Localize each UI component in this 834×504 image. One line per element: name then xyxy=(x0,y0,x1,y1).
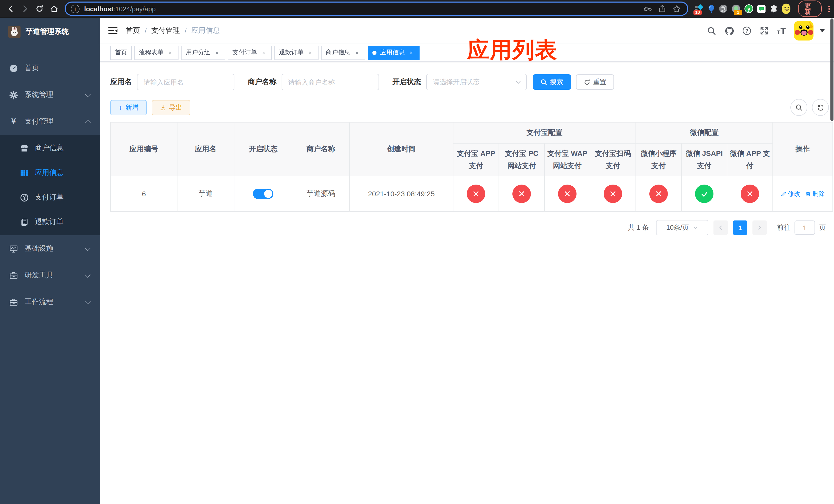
back-button[interactable] xyxy=(5,3,16,14)
sidebar-item-workflow[interactable]: 工作流程 xyxy=(0,289,100,315)
site-info-icon[interactable]: i xyxy=(71,4,80,13)
browser-window: i localhost:1024/pay/app 10 1 xyxy=(0,0,834,504)
search-button[interactable]: 搜索 xyxy=(533,74,571,90)
page-number-1[interactable]: 1 xyxy=(733,221,747,235)
header-search-icon[interactable] xyxy=(707,26,717,36)
reset-button[interactable]: 重置 xyxy=(576,74,614,90)
extension-diamond-icon[interactable]: 10 xyxy=(695,4,704,13)
status-x-icon xyxy=(741,185,759,203)
breadcrumb-current: 应用信息 xyxy=(191,26,220,36)
sidebar-item-refund-orders[interactable]: 退款订单 xyxy=(0,210,100,234)
share-icon[interactable] xyxy=(658,5,666,13)
sidebar-item-dev-tools[interactable]: 研发工具 xyxy=(0,262,100,289)
tab-refund-orders[interactable]: 退款订单× xyxy=(275,45,319,60)
add-button[interactable]: + 新增 xyxy=(110,100,147,115)
sidebar-item-pay-orders[interactable]: 支付订单 xyxy=(0,185,100,210)
extension-chat-icon[interactable] xyxy=(757,4,766,13)
reload-button[interactable] xyxy=(34,3,45,14)
tab-app-info[interactable]: 应用信息× xyxy=(368,45,420,60)
delete-link[interactable]: 删除 xyxy=(805,190,825,199)
status-x-icon xyxy=(558,185,576,203)
balloon-icon xyxy=(707,4,715,13)
chevron-down-icon xyxy=(85,91,91,97)
app-logo-row[interactable]: 芋道管理系统 xyxy=(0,18,100,41)
status-x-icon xyxy=(467,185,485,203)
sidebar-item-home[interactable]: 首页 xyxy=(0,55,100,82)
profile-avatar[interactable] xyxy=(782,4,790,14)
extensions-puzzle-icon[interactable] xyxy=(769,4,778,13)
address-bar[interactable]: i localhost:1024/pay/app xyxy=(66,3,687,15)
status-x-icon xyxy=(512,185,531,203)
table-toolbar: + 新增 导出 xyxy=(110,99,832,116)
sidebar-item-merchant-info[interactable]: 商户信息 xyxy=(0,136,100,160)
breadcrumb-payment[interactable]: 支付管理 xyxy=(151,26,180,36)
export-button[interactable]: 导出 xyxy=(152,100,190,115)
home-button[interactable] xyxy=(48,3,60,14)
edit-pencil-icon xyxy=(781,191,786,197)
forward-button[interactable] xyxy=(20,3,31,14)
goto-page-input[interactable] xyxy=(794,221,815,235)
close-icon[interactable]: × xyxy=(307,49,314,56)
user-avatar[interactable] xyxy=(794,21,813,41)
extension-balloon-icon[interactable] xyxy=(707,4,715,13)
sidebar-item-label: 退款订单 xyxy=(35,217,92,227)
cell-alipay-qr xyxy=(590,176,636,212)
chrome-menu-button[interactable] xyxy=(828,5,830,12)
cell-merchant-name: 芋道源码 xyxy=(292,176,350,212)
font-size-icon[interactable]: TT xyxy=(777,26,786,35)
status-placeholder: 请选择开启状态 xyxy=(433,77,515,87)
sidebar-item-label: 首页 xyxy=(25,64,92,73)
page-size-select[interactable]: 10条/页 xyxy=(656,220,708,235)
password-key-icon[interactable] xyxy=(644,5,652,13)
tab-user-group[interactable]: 用户分组× xyxy=(181,45,225,60)
status-toggle[interactable] xyxy=(253,189,273,199)
sidebar-item-infrastructure[interactable]: 基础设施 xyxy=(0,235,100,262)
tab-pay-orders[interactable]: 支付订单× xyxy=(228,45,272,60)
cell-app-id: 6 xyxy=(111,176,177,212)
extension-yudao-icon[interactable]: y xyxy=(744,4,753,13)
search-icon xyxy=(541,79,547,85)
close-icon[interactable]: × xyxy=(408,49,415,56)
cell-app-name: 芋道 xyxy=(177,176,234,212)
close-icon[interactable]: × xyxy=(213,49,221,56)
help-icon[interactable]: ? xyxy=(742,26,751,36)
refresh-table-button[interactable] xyxy=(812,99,829,116)
tab-process-form[interactable]: 流程表单× xyxy=(134,45,178,60)
cell-wx-jsapi xyxy=(681,176,727,212)
app-name-input[interactable] xyxy=(137,74,235,90)
browser-toolbar: i localhost:1024/pay/app 10 1 xyxy=(0,0,834,18)
search-icon xyxy=(795,104,803,111)
prev-page-button[interactable] xyxy=(714,221,728,235)
edit-link[interactable]: 修改 xyxy=(781,190,800,199)
next-page-button[interactable] xyxy=(752,221,767,235)
tab-home[interactable]: 首页 xyxy=(110,45,132,60)
breadcrumb-home[interactable]: 首页 xyxy=(126,26,140,36)
github-icon[interactable] xyxy=(725,26,734,36)
fullscreen-icon[interactable] xyxy=(760,26,769,36)
chrome-update-button[interactable]: 更新 xyxy=(798,1,822,17)
sidebar-item-app-info[interactable]: 应用信息 xyxy=(0,160,100,185)
extension-command-icon[interactable] xyxy=(719,4,728,13)
scrollbar-thumb[interactable] xyxy=(830,19,833,121)
merchant-name-input[interactable] xyxy=(282,74,379,90)
chevron-down-icon xyxy=(85,298,91,304)
close-icon[interactable]: × xyxy=(353,49,360,56)
status-x-icon xyxy=(604,185,622,203)
dashboard-icon xyxy=(9,64,18,72)
bookmark-star-icon[interactable] xyxy=(673,4,681,13)
pagination: 共 1 条 10条/页 1 前往 页 xyxy=(110,220,832,235)
col-app-name: 应用名 xyxy=(177,122,234,176)
close-icon[interactable]: × xyxy=(260,49,267,56)
show-search-toggle-button[interactable] xyxy=(790,99,807,116)
tab-label: 用户分组 xyxy=(186,48,210,57)
sidebar-collapse-button[interactable] xyxy=(108,27,117,35)
url-host: localhost xyxy=(84,5,113,13)
tab-merchant-info[interactable]: 商户信息× xyxy=(321,45,365,60)
sidebar-item-payment[interactable]: ¥ 支付管理 xyxy=(0,108,100,135)
close-icon[interactable]: × xyxy=(167,49,174,56)
avatar-dropdown-caret[interactable] xyxy=(820,29,825,32)
extension-recorder-icon[interactable]: 1 xyxy=(731,4,741,13)
page-size-value: 10条/页 xyxy=(666,223,689,232)
sidebar-item-system[interactable]: 系统管理 xyxy=(0,82,100,108)
status-select[interactable]: 请选择开启状态 xyxy=(426,74,527,90)
